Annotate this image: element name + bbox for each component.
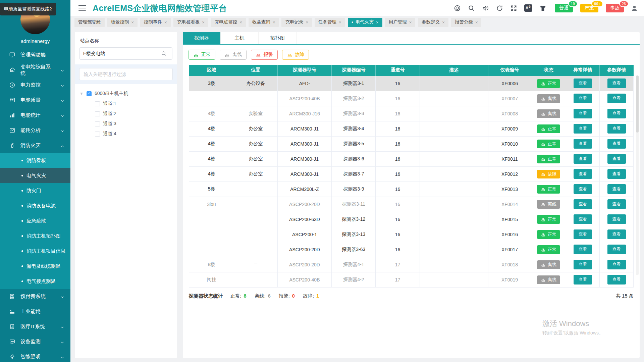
close-icon[interactable]: × <box>409 20 412 25</box>
table-row[interactable]: 4楼实验室ARCM300-J16探测器3-316XF0008离线查看查看 <box>189 106 634 121</box>
tree-checkbox[interactable] <box>95 101 100 106</box>
table-row[interactable]: 4楼办公室ARCM300-J1探测器3-516XF0010正常查看查看 <box>189 136 634 151</box>
sidebar-subitem[interactable]: 电气接点测温 <box>0 274 70 289</box>
sidebar-item-industrial-energy[interactable]: 工业能耗 <box>0 304 70 319</box>
tab-用户管理[interactable]: 用户管理× <box>385 18 416 27</box>
close-icon[interactable]: × <box>442 20 445 25</box>
table-row[interactable]: 3楼办公设备AFD-探测器3-116XF0006正常查看查看 <box>189 76 634 91</box>
tab-收益查询[interactable]: 收益查询× <box>249 18 279 27</box>
search-icon[interactable] <box>468 5 475 12</box>
panel-tab-主机[interactable]: 主机 <box>221 32 259 44</box>
sidebar-item-smart-lighting[interactable]: 智能照明 <box>0 349 70 362</box>
tab-场景控制[interactable]: 场景控制× <box>107 18 138 27</box>
filter-离线-button[interactable]: 离线 <box>220 50 247 60</box>
params-view-button[interactable]: 查看 <box>607 275 626 285</box>
sidebar-subitem[interactable]: 消防主机拓扑图 <box>0 228 70 244</box>
tab-充电桩监控[interactable]: 充电桩监控× <box>211 18 246 27</box>
table-row[interactable]: ASCP200-20D探测器3-6316XF0017正常查看查看 <box>189 242 634 257</box>
exception-view-button[interactable]: 查看 <box>574 124 592 134</box>
params-view-button[interactable]: 查看 <box>607 139 626 149</box>
volume-icon[interactable] <box>482 5 489 12</box>
menu-toggle-icon[interactable] <box>78 5 86 11</box>
tab-充电记录[interactable]: 充电记录× <box>281 18 312 27</box>
sidebar-subitem[interactable]: 消防主机项目信息 <box>0 244 70 259</box>
panel-tab-拓扑图[interactable]: 拓扑图 <box>259 32 297 44</box>
tab-充电桩看板[interactable]: 充电桩看板× <box>173 18 208 27</box>
close-icon[interactable]: × <box>131 20 134 25</box>
table-row[interactable]: 3louASCP200-20D探测器3-1116XF0014离线查看查看 <box>189 197 634 212</box>
sidebar-subitem[interactable]: 应急疏散 <box>0 213 70 228</box>
exception-view-button[interactable]: 查看 <box>574 260 592 269</box>
exception-view-button[interactable]: 查看 <box>574 169 592 179</box>
exception-view-button[interactable]: 查看 <box>574 229 592 239</box>
filter-故障-button[interactable]: 故障 <box>282 50 309 60</box>
sidebar-item-power-stats[interactable]: 电能统计 <box>0 108 70 123</box>
table-row[interactable]: 4楼办公室ARCM300-J1探测器3-416XF0009正常查看查看 <box>189 121 634 136</box>
alarm-badge-green[interactable]: 普通19 <box>555 4 573 12</box>
fullscreen-icon[interactable] <box>510 5 517 12</box>
params-view-button[interactable]: 查看 <box>607 124 626 134</box>
site-search-button[interactable] <box>155 47 172 60</box>
sidebar-item-prepaid[interactable]: 预付费系统 <box>0 289 70 304</box>
exception-view-button[interactable]: 查看 <box>574 214 592 224</box>
table-scrollbar[interactable] <box>636 75 639 275</box>
close-icon[interactable]: × <box>376 20 379 25</box>
alarm-badge-red[interactable]: 事故26 <box>606 4 624 12</box>
site-search-input[interactable] <box>79 47 155 60</box>
params-view-button[interactable]: 查看 <box>607 169 626 179</box>
exception-view-button[interactable]: 查看 <box>574 199 592 209</box>
user-icon[interactable] <box>631 5 638 12</box>
table-row[interactable]: 4楼办公室ARCM300-J1探测器3-616XF0011正常查看查看 <box>189 151 634 166</box>
tree-checkbox[interactable] <box>95 111 100 116</box>
tree-root-checkbox[interactable] <box>87 91 92 96</box>
tree-node-channel[interactable]: 通道:2 <box>79 109 172 119</box>
table-row[interactable]: ASCP200-40B探测器3-216XF0007离线查看查看 <box>189 91 634 106</box>
tree-node-channel[interactable]: 通道:4 <box>79 129 172 139</box>
tab-管理驾驶舱[interactable]: 管理驾驶舱 <box>74 18 105 27</box>
close-icon[interactable]: × <box>475 20 478 25</box>
sidebar-subitem[interactable]: 电气火灾 <box>0 168 70 183</box>
exception-view-button[interactable]: 查看 <box>574 139 592 149</box>
table-row[interactable]: ASCP200-1探测器3-1316XF0016正常查看查看 <box>189 227 634 242</box>
tree-filter-input[interactable] <box>79 68 173 80</box>
tree-caret-icon[interactable]: ▼ <box>79 91 84 96</box>
tree-node-channel[interactable]: 通道:3 <box>79 119 172 129</box>
close-icon[interactable]: × <box>273 20 275 25</box>
alarm-badge-yellow[interactable]: 严重99+ <box>580 4 598 12</box>
exception-view-button[interactable]: 查看 <box>574 275 592 285</box>
params-view-button[interactable]: 查看 <box>607 214 626 224</box>
exception-view-button[interactable]: 查看 <box>574 79 592 88</box>
sidebar-item-power-monitor[interactable]: 电力监控 <box>0 77 70 93</box>
tab-任务管理[interactable]: 任务管理× <box>315 18 345 27</box>
sidebar-subitem[interactable]: 防火门 <box>0 183 70 198</box>
table-row[interactable]: 5楼ARCM200L-Z探测器3-916XF0013正常查看查看 <box>189 182 634 197</box>
exception-view-button[interactable]: 查看 <box>574 184 592 194</box>
sidebar-subitem[interactable]: 消防设备电源 <box>0 198 70 213</box>
language-icon[interactable]: A文 <box>524 4 532 12</box>
close-icon[interactable]: × <box>164 20 167 25</box>
sidebar-item-medical-it[interactable]: 医疗IT系统 <box>0 319 70 334</box>
exception-view-button[interactable]: 查看 <box>574 154 592 164</box>
panel-tab-探测器[interactable]: 探测器 <box>183 32 221 44</box>
sidebar-item-fire-safety[interactable]: 消防火灾 <box>0 138 70 153</box>
sidebar-item-substation[interactable]: 变电站综自系统 <box>0 62 70 77</box>
tab-报警分级[interactable]: 报警分级× <box>451 18 482 27</box>
tree-node-root[interactable]: ▼ 6000/B主机主机 <box>79 89 172 99</box>
close-icon[interactable]: × <box>202 20 205 25</box>
close-icon[interactable]: × <box>339 20 341 25</box>
help-ring-icon[interactable] <box>454 5 461 12</box>
refresh-icon[interactable] <box>496 5 503 12</box>
tab-电气火灾[interactable]: ●电气火灾× <box>348 18 382 27</box>
sidebar-item-dashboard[interactable]: 管理驾驶舱 <box>0 47 70 62</box>
tree-node-channel[interactable]: 通道:1 <box>79 99 172 109</box>
close-icon[interactable]: × <box>239 20 242 25</box>
params-view-button[interactable]: 查看 <box>607 154 626 164</box>
close-icon[interactable]: × <box>306 20 308 25</box>
table-row[interactable]: ASCP200-63D探测器3-1216XF0015正常查看查看 <box>189 212 634 227</box>
params-view-button[interactable]: 查看 <box>607 245 626 254</box>
params-view-button[interactable]: 查看 <box>607 109 626 118</box>
tab-控制事件[interactable]: 控制事件× <box>140 18 171 27</box>
params-view-button[interactable]: 查看 <box>607 184 626 194</box>
params-view-button[interactable]: 查看 <box>607 94 626 103</box>
sidebar-item-energy-analysis[interactable]: 能耗分析 <box>0 123 70 138</box>
